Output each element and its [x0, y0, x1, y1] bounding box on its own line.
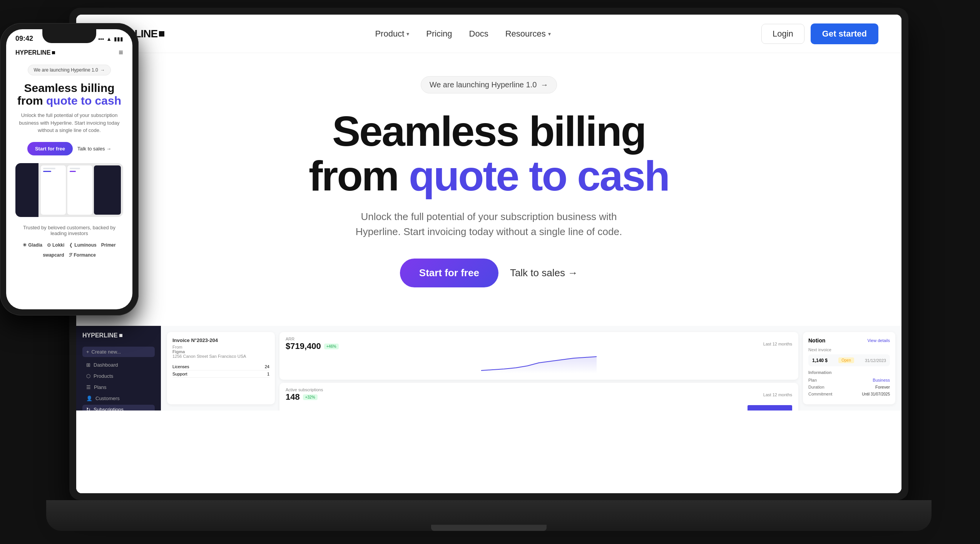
scene: HYPERLINE Product ▾ Pricing Docs	[0, 0, 980, 544]
get-started-button[interactable]: Get started	[811, 23, 878, 44]
next-invoice-label: Next invoice	[808, 347, 890, 352]
sidebar-item-plans[interactable]: ☰ Plans	[82, 382, 155, 392]
phone-badge-arrow: →	[100, 67, 105, 73]
invoice-row-2: Support 1	[172, 370, 269, 378]
phone-cta-row: Start for free Talk to sales →	[15, 142, 123, 155]
plans-icon: ☰	[86, 384, 91, 390]
laptop-base	[46, 500, 932, 531]
phone-hero-subtitle: Unlock the full potential of your subscr…	[15, 112, 123, 134]
phone-logo-square	[52, 51, 55, 54]
invoice-panel: Invoice N°2023-204 From Figma 1256 Canon…	[167, 332, 275, 404]
logo-formance: ℱ Formance	[69, 252, 96, 258]
login-button[interactable]: Login	[761, 24, 804, 44]
arr-badge: +46%	[324, 344, 339, 349]
duration-info-row: Duration Forever	[808, 385, 890, 389]
nav-resources[interactable]: Resources ▾	[498, 25, 558, 43]
phone-talk-sales-button[interactable]: Talk to sales →	[77, 146, 111, 152]
notion-amount: 1,140 $	[812, 358, 828, 363]
wifi-icon: ▲	[106, 36, 112, 42]
hero-actions: Start for free Talk to sales →	[400, 259, 578, 287]
notion-status: Open	[838, 357, 854, 363]
phone-status-icons: ▪▪▪ ▲ ▮▮▮	[98, 36, 123, 42]
formance-icon: ℱ	[69, 252, 72, 258]
charts-area: ARR $719,400 +46% Last 12 months	[279, 332, 798, 404]
nav-actions: Login Get started	[761, 23, 878, 44]
create-new-button[interactable]: + Dashboard Create new...	[82, 347, 155, 357]
laptop: HYPERLINE Product ▾ Pricing Docs	[69, 8, 908, 531]
commitment-info-row: Commitment Until 31/07/2025	[808, 392, 890, 396]
dash-logo-text: HYPERLINE	[82, 332, 118, 339]
info-label: Information	[808, 370, 890, 375]
arr-value: $719,400	[286, 341, 321, 351]
subs-chart-header: Active subscriptions 148 +32% Last 12 mo…	[286, 387, 792, 402]
sidebar-item-customers[interactable]: 👤 Customers	[82, 394, 155, 403]
arrow-icon: →	[540, 80, 548, 89]
sidebar-item-products[interactable]: ⬡ Products	[82, 371, 155, 381]
arr-period: Last 12 months	[763, 342, 792, 346]
phone-start-free-button[interactable]: Start for free	[27, 142, 73, 155]
subs-bar-chart	[286, 405, 792, 411]
notion-header: Notion View details	[808, 337, 890, 344]
lokki-icon: ⊙	[47, 242, 51, 248]
commitment-value: Until 31/07/2025	[862, 392, 890, 396]
duration-value: Forever	[875, 385, 890, 389]
phone-badge-text: We are launching Hyperline 1.0	[33, 67, 98, 73]
bar-11	[748, 405, 792, 411]
sidebar-item-dashboard[interactable]: ⊞ Dashboard	[82, 360, 155, 370]
phone-logos: ✳ Gladia ⊙ Lokki ❬ Luminous Primer	[15, 242, 123, 258]
phone: 09:42 ▪▪▪ ▲ ▮▮▮ HYPERLINE ≡	[0, 23, 139, 315]
sidebar-item-subscriptions[interactable]: ↻ Subscriptions	[82, 405, 155, 411]
gladia-icon: ✳	[23, 242, 27, 248]
hamburger-icon[interactable]: ≡	[119, 48, 123, 57]
chevron-down-icon: ▾	[406, 31, 409, 37]
phone-screen: 09:42 ▪▪▪ ▲ ▮▮▮ HYPERLINE ≡	[6, 29, 132, 309]
view-details-link[interactable]: View details	[868, 338, 890, 343]
arr-chart-info: ARR $719,400 +46%	[286, 337, 339, 351]
phone-badge[interactable]: We are launching Hyperline 1.0 →	[28, 65, 110, 75]
arr-chart-header: ARR $719,400 +46% Last 12 months	[286, 337, 792, 351]
arr-chart-card: ARR $719,400 +46% Last 12 months	[279, 332, 798, 380]
phone-title-line1: Seamless billing	[24, 82, 114, 94]
plan-value: Business	[873, 378, 890, 382]
battery-icon: ▮▮▮	[114, 36, 123, 42]
subs-chart-info: Active subscriptions 148 +32%	[286, 387, 323, 402]
phone-trusted-text: Trusted by beloved customers, backed by …	[15, 225, 123, 236]
hero-title-line1: Seamless billing	[332, 107, 646, 155]
hero-title-highlight: quote to cash	[409, 152, 669, 199]
phone-time: 09:42	[15, 35, 33, 43]
logo-primer: Primer	[101, 242, 116, 248]
hero-badge[interactable]: We are launching Hyperline 1.0 →	[421, 76, 557, 93]
subs-period: Last 12 months	[763, 392, 792, 397]
subs-badge: +32%	[303, 394, 318, 400]
hero-section: We are launching Hyperline 1.0 → Seamles…	[76, 53, 901, 326]
logo-swapcard: swapcard	[43, 252, 64, 258]
invoice-row: Licenses 24	[172, 363, 269, 370]
mini-chart-1	[41, 165, 66, 215]
subs-label: Active subscriptions	[286, 387, 323, 392]
subs-value: 148	[286, 392, 300, 402]
phone-mini-content	[38, 163, 123, 217]
dashboard-content: Invoice N°2023-204 From Figma 1256 Canon…	[161, 326, 901, 411]
logo-gladia: ✳ Gladia	[23, 242, 42, 248]
talk-sales-button[interactable]: Talk to sales →	[510, 267, 578, 279]
phone-logo: HYPERLINE	[15, 49, 55, 56]
nav-product[interactable]: Product ▾	[368, 25, 416, 43]
plus-icon: +	[86, 349, 89, 355]
nav-docs[interactable]: Docs	[462, 25, 495, 43]
phone-mini-sidebar	[15, 163, 38, 217]
notion-card: Notion View details Next invoice 1,140 $…	[803, 332, 895, 404]
commitment-label: Commitment	[808, 392, 832, 396]
notion-name: Notion	[808, 337, 825, 344]
phone-title-line2-normal: from	[17, 94, 46, 107]
plan-label: Plan	[808, 378, 817, 382]
arr-label: ARR	[286, 337, 339, 341]
nav-pricing[interactable]: Pricing	[419, 25, 459, 43]
start-free-button[interactable]: Start for free	[400, 259, 498, 287]
luminous-icon: ❬	[69, 242, 73, 248]
duration-label: Duration	[808, 385, 824, 389]
phone-logo-text: HYPERLINE	[15, 49, 51, 56]
customers-icon: 👤	[86, 395, 92, 401]
phone-dashboard-preview	[15, 163, 123, 217]
logo-square	[159, 31, 164, 37]
phone-notch	[42, 29, 96, 43]
